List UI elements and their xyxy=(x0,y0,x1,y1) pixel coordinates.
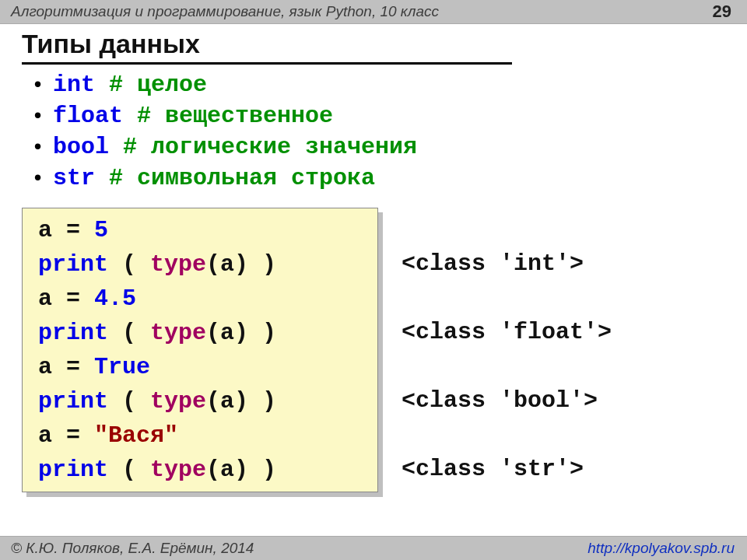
footer-authors: © К.Ю. Поляков, Е.А. Ерёмин, 2014 xyxy=(11,540,254,556)
footer-url: http://kpolyakov.spb.ru xyxy=(587,537,735,560)
type-keyword: bool xyxy=(53,134,109,160)
slide-content: Типы данных int # целое float # веществе… xyxy=(0,24,747,492)
header-bar: Алгоритмизация и программирование, язык … xyxy=(0,0,747,24)
type-keyword: float xyxy=(53,103,123,129)
type-row: str # символьная строка xyxy=(34,163,725,194)
output-line xyxy=(402,281,612,315)
code-line: print ( type(a) ) xyxy=(38,316,365,350)
type-row: bool # логические значения xyxy=(34,131,725,163)
code-line: a = 5 xyxy=(38,213,365,247)
code-line: a = "Вася" xyxy=(38,418,365,453)
type-comment: # целое xyxy=(109,72,207,98)
output-line: <class 'bool'> xyxy=(402,383,612,418)
type-row: int # целое xyxy=(34,69,725,100)
type-comment: # символьная строка xyxy=(109,165,375,191)
course-title: Алгоритмизация и программирование, язык … xyxy=(11,3,439,19)
code-line: print ( type(a) ) xyxy=(38,453,365,487)
output-line: <class 'float'> xyxy=(402,315,612,349)
output-line xyxy=(402,349,612,383)
code-line: print ( type(a) ) xyxy=(38,247,365,282)
output-line: <class 'int'> xyxy=(402,247,612,281)
output-line: <class 'str'> xyxy=(402,452,612,486)
code-line: print ( type(a) ) xyxy=(38,384,365,418)
code-box: a = 5 print ( type(a) ) a = 4.5 print ( … xyxy=(22,208,378,492)
code-line: a = 4.5 xyxy=(38,282,365,316)
type-comment: # вещественное xyxy=(137,103,333,129)
slide-title: Типы данных xyxy=(22,29,512,65)
output-column: <class 'int'> <class 'float'> <class 'bo… xyxy=(378,208,612,486)
type-keyword: int xyxy=(53,72,95,98)
page-number: 29 xyxy=(713,0,731,23)
type-row: float # вещественное xyxy=(34,100,725,131)
type-comment: # логические значения xyxy=(123,134,417,160)
type-keyword: str xyxy=(53,165,95,191)
types-list: int # целое float # вещественное bool # … xyxy=(34,69,725,194)
output-line xyxy=(402,418,612,452)
code-line: a = True xyxy=(38,350,365,384)
footer-bar: © К.Ю. Поляков, Е.А. Ерёмин, 2014 http:/… xyxy=(0,536,747,560)
output-line xyxy=(402,212,612,247)
